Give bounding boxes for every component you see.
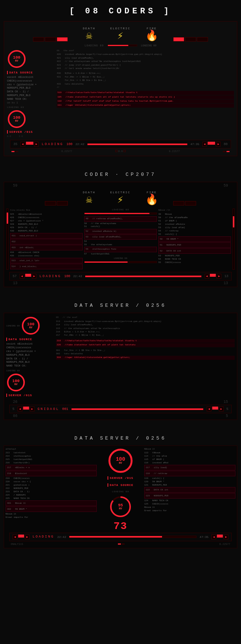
corner-left-2: 57	[13, 275, 17, 278]
gauge-value-2: 100 NV	[13, 116, 20, 122]
gauge-circle-4a: 100 NV	[107, 447, 134, 474]
code-panel-1: 06 the asef 420 invoked aModule bogarf(/…	[57, 49, 234, 138]
gauge-indicator	[173, 37, 184, 42]
arrow-right[interactable]: ►	[34, 142, 39, 147]
fire-icon-item: FIRE 🔥	[145, 27, 158, 42]
c3b-left: 86	[13, 414, 17, 418]
coord-text: 0.22577	[61, 150, 72, 153]
corner-numbers-bottom: 13 13	[6, 281, 235, 285]
nav-controls-6: ◄ ►	[17, 407, 34, 411]
gauge-circle-3: 100 NV	[21, 316, 40, 335]
corner-tr: 59	[224, 184, 228, 188]
section4-title: DATA SERVER / 0256	[0, 430, 241, 444]
gauge-value-3: 100 NV	[27, 322, 34, 329]
nav-controls-7: ◄ ►	[13, 535, 30, 539]
bottom-indicators-1: 0.22577 0.0 0.22577	[6, 149, 235, 154]
s4-center: 100 NV SERVER /015 DATA SOURCE LOADING 0…	[98, 447, 143, 532]
code-col-right: NBoum /lt 49 Nboum 50 // the aFimaMoaRe …	[158, 208, 231, 270]
progress-value: 100	[66, 142, 72, 146]
gauge-indicator	[45, 37, 56, 42]
scroll-thumb-left	[7, 213, 8, 224]
death-icon: ☠	[86, 31, 92, 42]
electric-icon: ⚡	[117, 31, 123, 42]
time-s4: 22:42	[57, 535, 66, 539]
arrow-l5[interactable]: ◄	[207, 407, 211, 411]
left-panel-3: LOADING 00 100 NV DATA SOURCE vxcint nBl…	[6, 316, 55, 398]
corner-nums-3a: 26 15	[6, 400, 235, 404]
data-source-3: DATA SOURCE	[6, 338, 55, 341]
s4-data-source: DATA SOURCE	[108, 483, 133, 487]
arrow-r6[interactable]: ►	[30, 407, 34, 411]
arrow-left[interactable]: ◄	[20, 142, 25, 147]
loading-label-4: LOADING	[33, 535, 55, 539]
gauge-indicator	[57, 37, 68, 42]
s3-indicator-2	[23, 407, 29, 410]
progress-section-2: 57 ◄ ► LOADING 100 22:42 ◄ ► 13	[9, 272, 232, 280]
nav-controls-right: ◄ ►	[202, 142, 221, 147]
coord-text-2: 0.22577	[169, 150, 179, 153]
arrow-left-2[interactable]: ◄	[202, 142, 207, 147]
gauge-indicator	[185, 201, 196, 206]
time-label-1: 22:42	[75, 142, 84, 146]
progress-bar-center-2	[84, 261, 157, 263]
data-text-3: vxcint nBlocksint CHECK(cxxcvxxcvx cks =…	[6, 342, 55, 368]
scrollbar-right[interactable]	[232, 208, 235, 270]
section1-panel: DEATH ☠ ELECTRIC ⚡ FIRE 🔥 LOADING 00 LOA…	[4, 21, 237, 156]
fire-label-2: FIRE	[147, 191, 157, 194]
spacer-3	[0, 421, 241, 430]
code-col-left: tiny_blocks Nim 425 nBlocks=nBlocksint 4…	[10, 208, 83, 270]
gauge-indicator	[185, 37, 196, 42]
arrow-l3[interactable]: ◄	[20, 274, 24, 279]
s2-indicator	[25, 274, 31, 277]
arrow-l8[interactable]: ◄	[211, 535, 216, 539]
arrow-r3[interactable]: ►	[32, 274, 37, 279]
progress-fill-2	[85, 276, 201, 277]
section2-title: CODER · CP2077	[0, 167, 241, 180]
fire-symbol-2: 🔥	[145, 195, 158, 206]
gauge-indicator	[173, 201, 184, 206]
corner-br: 13	[224, 281, 228, 285]
electric-symbol-2: ⚡	[117, 195, 123, 206]
box-indicator	[123, 150, 126, 152]
arrow-l7[interactable]: ◄	[13, 535, 17, 539]
gauge-wrap-3b: 100 NV	[6, 373, 55, 392]
fire-label: FIRE	[147, 27, 157, 30]
arrow-l4[interactable]: ◄	[205, 274, 209, 279]
c3-left: 26	[13, 400, 17, 404]
corner-bl: 13	[13, 281, 17, 285]
scroll-thumb-right	[233, 216, 234, 227]
progress-val-3: 001	[62, 407, 68, 411]
arrow-r4[interactable]: ►	[217, 274, 221, 279]
arrow-right-2[interactable]: ►	[216, 142, 221, 147]
indicator	[227, 151, 230, 152]
s4-indicator	[18, 535, 24, 538]
arrow-r5[interactable]: ►	[219, 407, 224, 411]
electric-label: ELECTRIC	[110, 27, 130, 30]
loading-center-2: LOADING 00	[114, 257, 127, 260]
electric-label-2: ELECTRIC	[110, 191, 130, 194]
big-number: 73	[113, 520, 128, 532]
c3-right: 15	[224, 400, 228, 404]
electric-icon-2: ELECTRIC ⚡	[110, 191, 130, 206]
icons-row-2: DEATH ☠ ELECTRIC ⚡ FIRE 🔥	[6, 188, 235, 207]
s4-code-right: NBoum lt 113 tNboum 114 // the aFim 115 …	[144, 447, 235, 532]
arrow-l6[interactable]: ◄	[17, 407, 22, 411]
fire-icon: 🔥	[145, 31, 158, 42]
section3-title: DATA SERVER / 0256	[0, 298, 241, 311]
nav-controls-4: ◄ ►	[205, 274, 222, 279]
scrollbar-left[interactable]	[6, 208, 9, 270]
progress-fill-center-2	[85, 262, 128, 263]
left-panel-1: 100 NV DATA SOURCE vxcint nBlocksint CHE…	[7, 49, 55, 138]
progress-fill-4	[69, 536, 162, 538]
indicator	[11, 151, 14, 152]
section2-panel: 59 59 DEATH ☠ ELECTRIC ⚡ FIRE 🔥	[4, 182, 237, 287]
arrow-r7[interactable]: ►	[25, 535, 30, 539]
gauge-circle-2: 100 NV	[7, 109, 26, 129]
loading-label-3b: LOADING 00	[6, 369, 55, 372]
indicator-4b	[122, 543, 125, 545]
gauge-indicator	[57, 201, 68, 206]
arrow-r8[interactable]: ►	[224, 535, 228, 539]
analytics-label: 0NALY115	[11, 543, 23, 546]
section3-panel: LOADING 00 100 NV DATA SOURCE vxcint nBl…	[4, 313, 237, 420]
progress-fill-center	[85, 213, 149, 214]
